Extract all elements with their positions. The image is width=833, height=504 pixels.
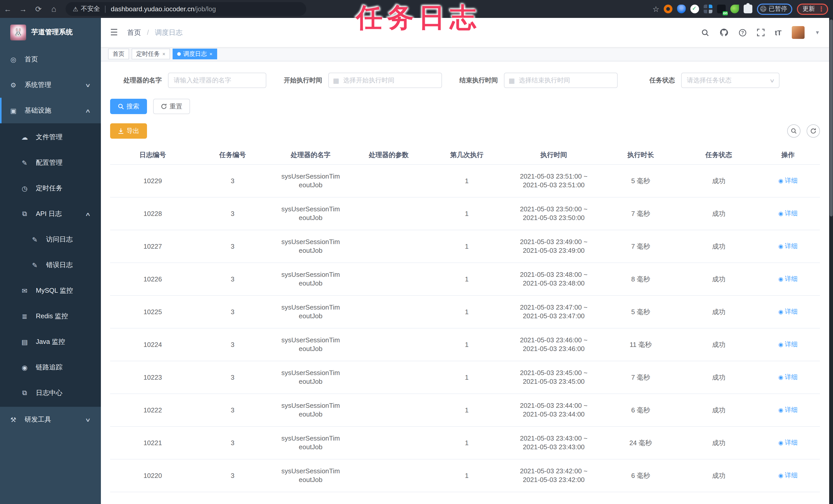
col-job-id: 任务编号: [195, 146, 270, 164]
sidebar: 🐰 芋道管理系统 ◎ 首页 ⚙ 系统管理 ∨ ▣ 基础设施 ∧ ☁: [0, 18, 101, 504]
sidebar-item-infrastructure[interactable]: ▣ 基础设施 ∧: [0, 98, 101, 123]
home-icon[interactable]: ⌂: [46, 4, 62, 14]
cell-execute-index: 1: [426, 230, 507, 262]
app-logo[interactable]: 🐰 芋道管理系统: [0, 18, 101, 47]
sidebar-item-mysql-monitor[interactable]: ✉ MySQL 监控: [0, 278, 101, 303]
table-row[interactable]: 10223 3 sysUserSessionTimeoutJob 1 2021-…: [110, 361, 820, 394]
sidebar-item-api-log[interactable]: ⧉ API 日志 ∧: [0, 201, 101, 227]
cell-duration: 6 毫秒: [600, 459, 682, 492]
detail-link[interactable]: ◉ 详细: [779, 406, 798, 414]
reset-button[interactable]: 重置: [153, 99, 190, 114]
table-row[interactable]: 10229 3 sysUserSessionTimeoutJob 1 2021-…: [110, 164, 820, 197]
cell-status: 成功: [682, 262, 756, 295]
hamburger-icon[interactable]: ☰: [110, 27, 118, 38]
begin-time-label: 开始执行时间: [284, 76, 322, 85]
cell-actions: ◉ 详细: [756, 328, 820, 361]
toggle-search-button[interactable]: [787, 124, 801, 137]
export-button[interactable]: 导出: [110, 123, 147, 138]
sidebar-item-log-center[interactable]: ⧉ 日志中心: [0, 380, 101, 406]
cell-handler-name: sysUserSessionTimeoutJob: [270, 197, 352, 230]
browser-menu-icon[interactable]: ⋮: [818, 5, 825, 13]
sidebar-item-error-log[interactable]: ✎ 错误日志: [0, 252, 101, 278]
extension-green-check-icon[interactable]: [691, 5, 699, 13]
detail-link[interactable]: ◉ 详细: [779, 177, 798, 185]
cell-duration: 11 毫秒: [600, 328, 682, 361]
detail-link[interactable]: ◉ 详细: [779, 275, 798, 283]
close-icon[interactable]: ×: [210, 51, 213, 57]
extension-switch-icon[interactable]: on: [717, 5, 726, 13]
avatar[interactable]: [792, 26, 805, 39]
detail-link[interactable]: ◉ 详细: [779, 438, 798, 447]
detail-link[interactable]: ◉ 详细: [779, 471, 798, 480]
cell-execute-index: 1: [426, 361, 507, 394]
profile-paused-chip[interactable]: 😄 已暂停: [757, 3, 792, 15]
not-secure-label: 不安全: [81, 5, 100, 13]
sidebar-item-config-manage[interactable]: ✎ 配置管理: [0, 150, 101, 176]
reload-icon[interactable]: ⟳: [31, 4, 46, 14]
extension-blue-icon[interactable]: [677, 5, 686, 13]
table-row[interactable]: 10222 3 sysUserSessionTimeoutJob 1 2021-…: [110, 394, 820, 426]
table-row[interactable]: 10224 3 sysUserSessionTimeoutJob 1 2021-…: [110, 328, 820, 361]
fullscreen-icon[interactable]: [757, 29, 765, 36]
tab-job-log[interactable]: 调度日志 ×: [173, 49, 217, 59]
sidebar-item-cron-job[interactable]: ◷ 定时任务: [0, 176, 101, 201]
github-icon[interactable]: [719, 28, 728, 37]
tab-cron-job[interactable]: 定时任务 ×: [132, 49, 170, 59]
cell-job-id: 3: [195, 164, 270, 197]
begin-time-input[interactable]: [328, 73, 442, 88]
help-icon[interactable]: ?: [738, 28, 747, 36]
sidebar-item-system[interactable]: ⚙ 系统管理 ∨: [0, 72, 101, 98]
detail-link[interactable]: ◉ 详细: [779, 209, 798, 218]
tab-home[interactable]: 首页: [108, 49, 129, 59]
sidebar-menu: ◎ 首页 ⚙ 系统管理 ∨ ▣ 基础设施 ∧ ☁ 文件管理 ✎: [0, 47, 101, 432]
sidebar-item-redis-monitor[interactable]: ≣ Redis 监控: [0, 303, 101, 329]
close-icon[interactable]: ×: [162, 51, 165, 57]
table-row[interactable]: 10220 3 sysUserSessionTimeoutJob 1 2021-…: [110, 459, 820, 492]
job-status-select[interactable]: 请选择任务状态 ∨: [681, 73, 780, 88]
table-row[interactable]: 10228 3 sysUserSessionTimeoutJob 1 2021-…: [110, 197, 820, 230]
extension-grid-icon[interactable]: [704, 5, 713, 13]
cell-actions: ◉ 详细: [756, 230, 820, 262]
extension-orange-icon[interactable]: [664, 5, 673, 13]
detail-link[interactable]: ◉ 详细: [779, 242, 798, 251]
sidebar-item-dev-tools[interactable]: ⚒ 研发工具 ∨: [0, 407, 101, 432]
detail-link[interactable]: ◉ 详细: [779, 340, 798, 349]
sidebar-item-home[interactable]: ◎ 首页: [0, 47, 101, 72]
detail-link[interactable]: ◉ 详细: [779, 307, 798, 316]
sidebar-item-file-manage[interactable]: ☁ 文件管理: [0, 124, 101, 150]
extension-leaf-icon[interactable]: [731, 5, 739, 13]
eye-icon: ◉: [779, 340, 783, 349]
detail-link[interactable]: ◉ 详细: [779, 373, 798, 382]
cell-actions: ◉ 详细: [756, 164, 820, 197]
scrollbar-thumb[interactable]: [830, 20, 833, 217]
end-time-input[interactable]: [504, 73, 618, 88]
extensions-puzzle-icon[interactable]: [744, 5, 753, 13]
table-row[interactable]: 10225 3 sysUserSessionTimeoutJob 1 2021-…: [110, 295, 820, 328]
cell-handler-param: [351, 164, 426, 197]
chevron-up-icon: ∧: [85, 211, 91, 217]
table-row[interactable]: 10221 3 sysUserSessionTimeoutJob 1 2021-…: [110, 426, 820, 459]
refresh-table-button[interactable]: [807, 124, 820, 137]
search-icon[interactable]: [701, 28, 709, 36]
chevron-down-icon[interactable]: ▼: [815, 30, 820, 35]
sidebar-item-access-log[interactable]: ✎ 访问日志: [0, 227, 101, 252]
chevron-down-icon: ∨: [769, 77, 775, 83]
handler-name-input[interactable]: [168, 73, 266, 88]
back-icon[interactable]: ←: [0, 5, 15, 13]
font-size-icon[interactable]: tT: [775, 28, 782, 36]
forward-icon[interactable]: →: [15, 5, 31, 13]
breadcrumb-home[interactable]: 首页: [127, 28, 141, 36]
table-row[interactable]: 10226 3 sysUserSessionTimeoutJob 1 2021-…: [110, 262, 820, 295]
cell-handler-param: [351, 230, 426, 262]
bookmark-star-icon[interactable]: ☆: [652, 4, 659, 14]
search-button[interactable]: 搜索: [110, 99, 147, 114]
cell-handler-name: sysUserSessionTimeoutJob: [270, 459, 352, 492]
sidebar-item-trace[interactable]: ◉ 链路追踪: [0, 355, 101, 380]
cell-execute-index: 1: [426, 328, 507, 361]
table-row[interactable]: 10227 3 sysUserSessionTimeoutJob 1 2021-…: [110, 230, 820, 262]
cell-execute-time: 2021-05-03 23:51:00 ~2021-05-03 23:51:00: [507, 164, 600, 197]
sidebar-item-java-monitor[interactable]: ▤ Java 监控: [0, 329, 101, 355]
address-bar[interactable]: ⚠ 不安全 dashboard.yudao.iocoder.cn /job/lo…: [66, 2, 306, 16]
scrollbar[interactable]: [829, 18, 833, 504]
update-button[interactable]: 更新 ⋮: [797, 3, 828, 15]
